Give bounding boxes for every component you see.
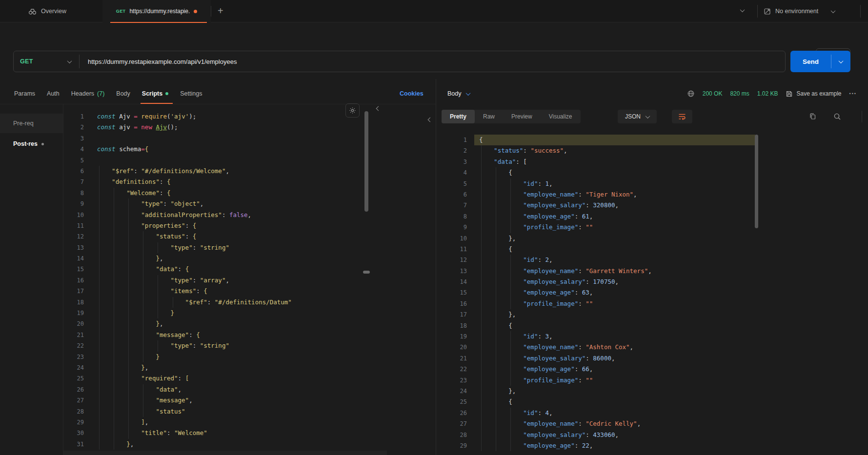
send-label: Send bbox=[790, 51, 831, 72]
language-value: JSON bbox=[625, 113, 641, 120]
format-tab-raw[interactable]: Raw bbox=[475, 110, 503, 123]
url-input[interactable]: https://dummy.restapiexample.com/api/v1/… bbox=[80, 58, 785, 65]
response-size[interactable]: 1.02 KB bbox=[757, 90, 778, 97]
sidebar-item-pre-request[interactable]: Pre-req bbox=[0, 114, 63, 133]
tab-overview[interactable]: Overview bbox=[28, 0, 66, 22]
response-body-chevron-down-icon bbox=[465, 91, 470, 96]
copy-response-button[interactable] bbox=[809, 113, 816, 122]
horizontal-scrollbar-track[interactable] bbox=[63, 451, 387, 455]
unsaved-dot-icon bbox=[194, 10, 197, 13]
binoculars-icon bbox=[28, 8, 37, 15]
tab-divider bbox=[211, 6, 211, 17]
tab-auth[interactable]: Auth bbox=[47, 83, 60, 104]
response-meta: 200 OK 820 ms 1.02 KB Save as example ••… bbox=[687, 83, 857, 104]
environment-label: No environment bbox=[775, 8, 818, 15]
save-as-example-button[interactable]: Save as example bbox=[786, 90, 841, 98]
tab-scripts[interactable]: Scripts bbox=[142, 83, 168, 104]
scripts-dot-icon bbox=[165, 92, 168, 95]
save-example-icon bbox=[786, 90, 793, 98]
environment-selector[interactable]: No environment bbox=[764, 0, 835, 22]
tab-settings[interactable]: Settings bbox=[180, 83, 202, 104]
environment-chevron-down-icon bbox=[831, 8, 836, 13]
send-button[interactable]: Send bbox=[790, 51, 850, 72]
wrap-text-button[interactable] bbox=[672, 110, 692, 123]
method-chevron-down-icon bbox=[67, 59, 72, 63]
language-chevron-down-icon bbox=[646, 114, 650, 119]
sidebar-item-post-response[interactable]: Post-res bbox=[0, 134, 63, 154]
format-tab-preview[interactable]: Preview bbox=[503, 110, 541, 123]
response-format-tabs: Pretty Raw Preview Visualize bbox=[442, 110, 581, 123]
post-response-dot-icon bbox=[41, 143, 44, 145]
language-dropdown[interactable]: JSON bbox=[618, 110, 657, 123]
method-dropdown[interactable]: GET bbox=[14, 51, 79, 72]
format-tab-visualize[interactable]: Visualize bbox=[541, 110, 581, 123]
tabbar-chevron-down-icon[interactable] bbox=[740, 7, 745, 12]
gear-icon bbox=[349, 107, 356, 114]
tab-params[interactable]: Params bbox=[14, 83, 35, 104]
response-body-editor[interactable]: 1{2 "status": "success",3 "data": [4 {5 … bbox=[436, 123, 759, 455]
response-scrollbar[interactable] bbox=[755, 135, 758, 228]
tab-request-active[interactable]: GET https://dummy.restapie. bbox=[102, 0, 211, 22]
send-options-button[interactable] bbox=[831, 51, 850, 72]
collapse-response-chevron-left-icon[interactable] bbox=[428, 118, 433, 122]
response-toolbar-divider bbox=[862, 111, 862, 122]
more-options-button[interactable]: ••• bbox=[849, 91, 857, 96]
request-url-bar: GET https://dummy.restapiexample.com/api… bbox=[13, 51, 786, 72]
search-response-button[interactable] bbox=[833, 113, 841, 122]
script-editor-scrollbar[interactable] bbox=[364, 111, 368, 212]
request-tabs: Params Auth Headers(7) Body Scripts Sett… bbox=[0, 83, 436, 104]
script-sidebar: Pre-req Post-res bbox=[0, 104, 63, 455]
script-editor[interactable]: 1const Ajv = require('ajv');2const ajv =… bbox=[63, 104, 387, 451]
headers-count-badge: (7) bbox=[97, 90, 104, 97]
wrap-text-icon bbox=[678, 113, 686, 120]
format-tab-pretty[interactable]: Pretty bbox=[442, 110, 475, 123]
request-header-row: HTTP New Collection / https://dummy.rest… bbox=[0, 22, 868, 47]
app-window: Overview GET https://dummy.restapie. + N… bbox=[0, 0, 868, 455]
tab-overview-label: Overview bbox=[41, 8, 66, 15]
topbar-divider bbox=[757, 5, 758, 18]
tab-request-title: https://dummy.restapie. bbox=[129, 8, 190, 15]
top-tab-bar: Overview GET https://dummy.restapie. + N… bbox=[0, 0, 868, 22]
response-body-dropdown[interactable]: Body bbox=[447, 83, 470, 104]
topbar-divider-right bbox=[860, 5, 861, 18]
tab-body[interactable]: Body bbox=[116, 83, 130, 104]
copy-icon bbox=[809, 113, 816, 120]
response-time[interactable]: 820 ms bbox=[730, 90, 749, 97]
new-tab-button[interactable]: + bbox=[218, 0, 223, 21]
tab-headers[interactable]: Headers(7) bbox=[71, 83, 105, 104]
search-icon bbox=[833, 113, 841, 120]
cookies-link[interactable]: Cookies bbox=[400, 83, 424, 104]
tab-request-method: GET bbox=[116, 9, 126, 14]
script-settings-button[interactable] bbox=[345, 103, 360, 118]
response-body-label: Body bbox=[447, 90, 462, 97]
status-badge[interactable]: 200 OK bbox=[703, 90, 723, 97]
network-globe-icon[interactable] bbox=[687, 90, 695, 98]
scrollbar-marker bbox=[363, 271, 370, 274]
method-value: GET bbox=[20, 58, 33, 65]
no-environment-icon bbox=[764, 8, 771, 15]
